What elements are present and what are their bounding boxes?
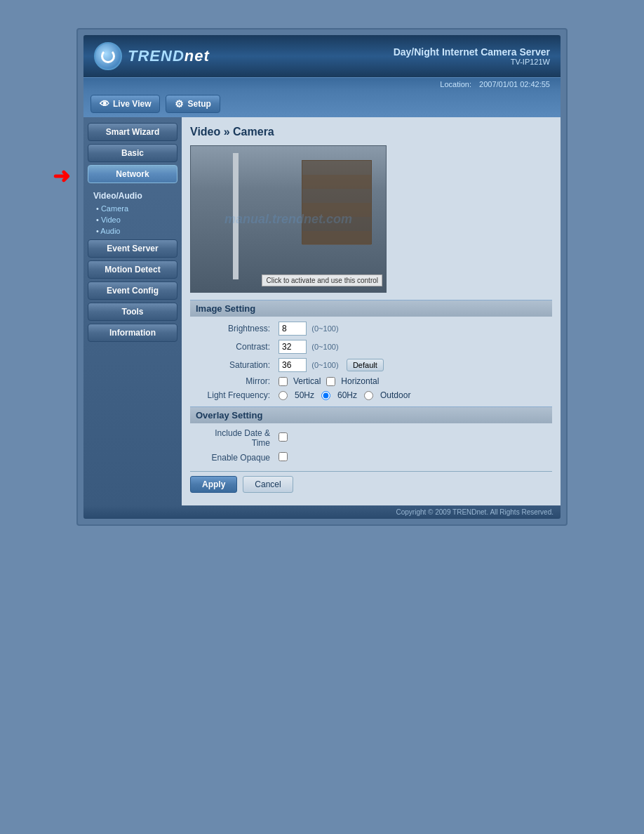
freq-60hz-label: 60Hz (337, 390, 357, 400)
mirror-row: Mirror: Vertical Horizontal (190, 374, 552, 388)
camera-overlay-text: Click to activate and use this control (262, 274, 382, 286)
horizontal-label: Horizontal (341, 376, 379, 386)
light-frequency-controls-cell: 50Hz 60Hz Outdoor (274, 388, 552, 402)
enable-opaque-row: Enable Opaque (190, 450, 552, 465)
content-area: Video » Camera manual.trendnet.com Click… (182, 117, 561, 505)
sidebar-tools[interactable]: Tools (88, 303, 177, 321)
light-frequency-row: Light Frequency: 50Hz 60Hz Outdoor (190, 388, 552, 402)
sidebar-basic[interactable]: Basic (88, 144, 177, 162)
sidebar-camera-item[interactable]: • Camera (93, 203, 172, 214)
apply-button[interactable]: Apply (190, 476, 237, 493)
sidebar-audio-item[interactable]: • Audio (93, 225, 172, 237)
include-date-time-checkbox[interactable] (279, 432, 288, 442)
footer: Copyright © 2009 TRENDnet. All Rights Re… (83, 505, 561, 519)
page-title: Video » Camera (190, 126, 552, 138)
camera-scene: manual.trendnet.com (191, 146, 386, 292)
setup-label: Setup (187, 99, 210, 109)
contrast-range: (0~100) (311, 343, 338, 351)
scene-shelf (302, 160, 372, 244)
mirror-controls-cell: Vertical Horizontal (274, 374, 552, 388)
overlay-settings-table: Include Date & Time Enable Opaque (190, 426, 552, 465)
brightness-range: (0~100) (311, 324, 338, 333)
copyright-text: Copyright © 2009 TRENDnet. All Rights Re… (396, 508, 554, 516)
frequency-controls: 50Hz 60Hz Outdoor (279, 390, 548, 400)
live-view-button[interactable]: 👁 Live View (90, 95, 160, 113)
product-model: TV-IP121W (394, 58, 550, 66)
camera-preview[interactable]: manual.trendnet.com Click to activate an… (190, 145, 387, 293)
sidebar-tools-label: Tools (121, 307, 143, 317)
sidebar-event-config-label: Event Config (107, 286, 159, 296)
mirror-controls: Vertical Horizontal (279, 376, 548, 386)
scene-pole (233, 153, 239, 279)
cancel-button[interactable]: Cancel (243, 476, 293, 493)
include-date-time-label: Include Date & Time (190, 426, 274, 450)
brightness-label: Brightness: (190, 319, 274, 338)
action-buttons: Apply Cancel (190, 471, 552, 497)
brand-name: TRENDnet (128, 47, 210, 65)
logo-inner-ring (101, 49, 115, 63)
sidebar-video-item[interactable]: • Video (93, 214, 172, 225)
sidebar-network[interactable]: Network (88, 165, 177, 183)
product-info: Day/Night Internet Camera Server TV-IP12… (394, 46, 550, 66)
mirror-label: Mirror: (190, 374, 274, 388)
include-date-time-cell (274, 426, 552, 450)
vertical-label: Vertical (293, 376, 321, 386)
red-arrow-icon: ➜ (53, 164, 70, 188)
live-view-icon: 👁 (100, 98, 109, 110)
sidebar-motion-detect-label: Motion Detect (105, 265, 160, 274)
enable-opaque-label: Enable Opaque (190, 450, 274, 465)
saturation-label: Saturation: (190, 356, 274, 374)
logo-area: TRENDnet (94, 42, 210, 70)
header: TRENDnet Day/Night Internet Camera Serve… (83, 35, 561, 77)
nav-buttons: 👁 Live View ⚙ Setup (83, 91, 561, 117)
sidebar-video-audio-section: Video/Audio • Camera • Video • Audio (88, 186, 177, 239)
sidebar-network-wrapper: ➜ Network (88, 165, 177, 186)
sidebar-basic-label: Basic (121, 148, 144, 158)
freq-50hz-label: 50Hz (295, 390, 314, 400)
vertical-checkbox[interactable] (279, 377, 288, 386)
sidebar-motion-detect[interactable]: Motion Detect (88, 260, 177, 279)
brightness-input[interactable] (279, 322, 307, 336)
saturation-input[interactable] (279, 358, 307, 372)
horizontal-checkbox[interactable] (326, 377, 335, 386)
include-date-time-row: Include Date & Time (190, 426, 552, 450)
location-bar: Location: 2007/01/01 02:42:55 (83, 77, 561, 91)
freq-outdoor-radio[interactable] (364, 391, 373, 400)
outer-frame: TRENDnet Day/Night Internet Camera Serve… (76, 28, 568, 526)
image-setting-header: Image Setting (190, 300, 552, 317)
overlay-setting-header: Overlay Setting (190, 406, 552, 423)
freq-outdoor-label: Outdoor (380, 390, 410, 400)
main-content: Smart Wizard Basic ➜ Network Video/Audio… (83, 117, 561, 505)
saturation-value-cell: (0~100) Default (274, 356, 552, 374)
product-title: Day/Night Internet Camera Server (394, 46, 550, 58)
location-value: 2007/01/01 02:42:55 (479, 80, 550, 88)
freq-50hz-radio[interactable] (279, 391, 288, 400)
sidebar-event-server-label: Event Server (107, 244, 158, 253)
sidebar-smart-wizard-label: Smart Wizard (106, 127, 160, 137)
enable-opaque-checkbox[interactable] (279, 452, 288, 461)
sidebar-smart-wizard[interactable]: Smart Wizard (88, 123, 177, 141)
contrast-input[interactable] (279, 340, 307, 354)
saturation-range: (0~100) (311, 361, 338, 369)
sidebar-information[interactable]: Information (88, 324, 177, 342)
contrast-value-cell: (0~100) (274, 338, 552, 356)
trendnet-logo-icon (94, 42, 122, 70)
sidebar-event-server[interactable]: Event Server (88, 239, 177, 258)
sidebar: Smart Wizard Basic ➜ Network Video/Audio… (83, 117, 182, 505)
brightness-row: Brightness: (0~100) (190, 319, 552, 338)
sidebar-network-label: Network (116, 169, 149, 179)
sidebar-video-audio-label: Video/Audio (93, 189, 172, 203)
setup-gear-icon: ⚙ (175, 98, 184, 110)
saturation-row: Saturation: (0~100) Default (190, 356, 552, 374)
live-view-label: Live View (113, 99, 151, 109)
enable-opaque-cell (274, 450, 552, 465)
brightness-value-cell: (0~100) (274, 319, 552, 338)
setup-button[interactable]: ⚙ Setup (166, 95, 220, 113)
sidebar-information-label: Information (109, 328, 156, 338)
contrast-row: Contrast: (0~100) (190, 338, 552, 356)
image-settings-table: Brightness: (0~100) Contrast: (0~100) Sa… (190, 319, 552, 402)
location-label: Location: (440, 80, 471, 88)
sidebar-event-config[interactable]: Event Config (88, 282, 177, 300)
freq-60hz-radio[interactable] (321, 391, 330, 400)
default-button[interactable]: Default (347, 359, 384, 371)
